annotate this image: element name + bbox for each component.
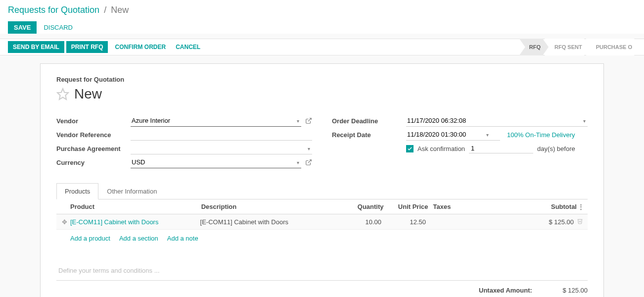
ask-confirmation-label: Ask confirmation xyxy=(417,145,465,152)
currency-field[interactable] xyxy=(131,156,301,168)
row-unit-price[interactable]: 12.50 xyxy=(386,218,431,226)
add-section-link[interactable]: Add a section xyxy=(119,235,158,242)
vendor-field[interactable] xyxy=(131,115,301,127)
tab-other-information[interactable]: Other Information xyxy=(98,183,165,199)
status-rfq-sent[interactable]: RFQ SENT xyxy=(545,39,590,55)
purchase-agreement-label: Purchase Agreement xyxy=(56,145,131,152)
confirmation-days-field[interactable] xyxy=(469,144,533,153)
purchase-agreement-field[interactable] xyxy=(131,143,312,154)
grid-header: Product Description Quantity Unit Price … xyxy=(56,199,588,214)
row-description[interactable]: [E-COM11] Cabinet with Doors xyxy=(200,218,342,226)
print-rfq-button[interactable]: PRINT RFQ xyxy=(66,41,108,53)
currency-label: Currency xyxy=(56,159,131,166)
svg-line-2 xyxy=(308,160,311,163)
col-quantity: Quantity xyxy=(344,203,389,210)
breadcrumb-current: New xyxy=(111,5,129,15)
status-bar: RFQ RFQ SENT PURCHASE O xyxy=(519,39,636,55)
on-time-delivery-stat[interactable]: 100% On-Time Delivery xyxy=(507,131,575,139)
page-title: New xyxy=(74,86,102,102)
col-description: Description xyxy=(201,203,344,210)
col-taxes: Taxes xyxy=(433,203,522,210)
cancel-button[interactable]: CANCEL xyxy=(171,41,205,53)
kebab-icon[interactable]: ⋮ xyxy=(577,203,586,210)
vendor-reference-field[interactable] xyxy=(131,129,312,141)
svg-line-1 xyxy=(308,118,311,121)
send-by-email-button[interactable]: SEND BY EMAIL xyxy=(8,41,64,53)
ask-confirmation-checkbox[interactable] xyxy=(406,145,414,152)
col-subtotal: Subtotal xyxy=(522,203,577,210)
breadcrumb: Requests for Quotation / New xyxy=(8,5,636,15)
drag-handle-icon[interactable]: ✥ xyxy=(58,218,70,226)
external-link-icon[interactable] xyxy=(305,117,312,124)
table-row[interactable]: ✥ [E-COM11] Cabinet with Doors [E-COM11]… xyxy=(56,214,588,230)
untaxed-amount-value: $ 125.00 xyxy=(562,287,588,294)
terms-conditions-field[interactable]: Define your terms and conditions ... xyxy=(56,247,588,280)
order-deadline-label: Order Deadline xyxy=(332,117,406,125)
row-quantity[interactable]: 10.00 xyxy=(342,218,386,226)
row-subtotal: $ 125.00 xyxy=(519,218,574,226)
discard-button[interactable]: DISCARD xyxy=(44,24,73,31)
days-before-label: day(s) before xyxy=(537,145,575,152)
priority-star-icon[interactable] xyxy=(56,88,69,100)
receipt-date-label: Receipt Date xyxy=(332,131,406,139)
tab-products[interactable]: Products xyxy=(56,183,98,199)
col-product: Product xyxy=(70,203,201,210)
untaxed-amount-label: Untaxed Amount: xyxy=(479,287,532,294)
trash-icon[interactable] xyxy=(574,218,586,226)
form-subtitle: Request for Quotation xyxy=(56,76,588,83)
order-deadline-field[interactable] xyxy=(406,115,588,127)
external-link-icon[interactable] xyxy=(305,159,312,166)
breadcrumb-parent[interactable]: Requests for Quotation xyxy=(8,5,99,15)
confirm-order-button[interactable]: CONFIRM ORDER xyxy=(110,41,171,53)
row-product[interactable]: [E-COM11] Cabinet with Doors xyxy=(70,218,200,226)
vendor-label: Vendor xyxy=(56,117,131,125)
vendor-ref-label: Vendor Reference xyxy=(56,131,131,139)
receipt-date-field[interactable] xyxy=(406,129,500,141)
save-button[interactable]: SAVE xyxy=(8,21,37,34)
add-product-link[interactable]: Add a product xyxy=(70,235,110,242)
add-note-link[interactable]: Add a note xyxy=(167,235,198,242)
status-rfq[interactable]: RFQ xyxy=(519,39,549,55)
status-purchase-order[interactable]: PURCHASE O xyxy=(586,39,640,55)
svg-marker-0 xyxy=(57,89,68,99)
col-unit-price: Unit Price xyxy=(389,203,433,210)
